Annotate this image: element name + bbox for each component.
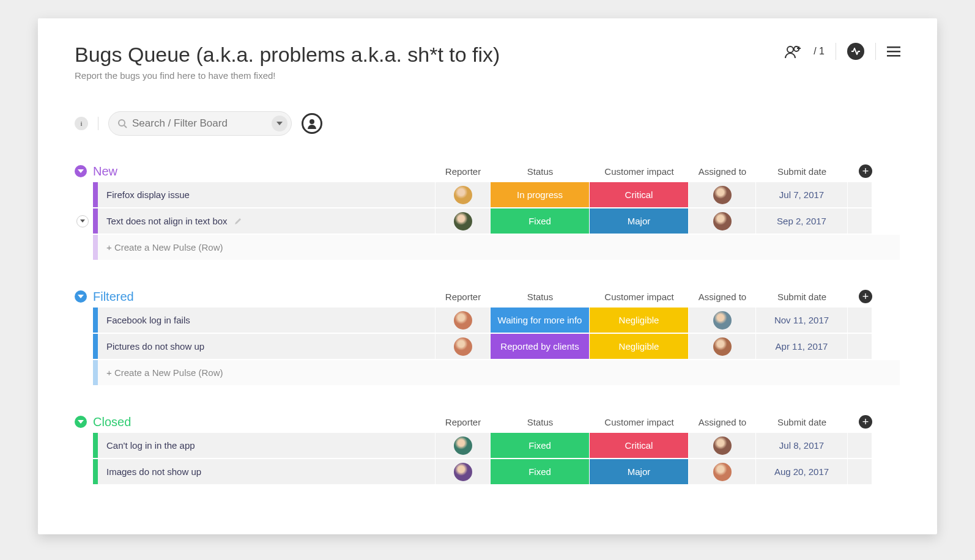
column-header-assigned[interactable]: Assigned to <box>689 292 756 302</box>
assigned-avatar[interactable] <box>713 463 732 481</box>
assigned-cell[interactable] <box>689 182 756 207</box>
reporter-cell[interactable] <box>436 182 491 207</box>
group-name[interactable]: New <box>93 164 436 179</box>
group-header: ClosedReporterStatusCustomer impactAssig… <box>75 411 900 433</box>
search-dropdown[interactable] <box>272 116 287 131</box>
chevron-down-icon <box>80 219 85 223</box>
table-row[interactable]: Firefox display issueIn progressCritical… <box>93 182 900 207</box>
group-name[interactable]: Closed <box>93 415 436 429</box>
assigned-cell[interactable] <box>689 208 756 234</box>
status-cell[interactable]: Reported by clients <box>491 334 590 359</box>
members-icon[interactable] <box>784 45 803 58</box>
status-cell[interactable]: Waiting for more info <box>491 308 590 333</box>
column-header-date[interactable]: Submit date <box>756 417 848 427</box>
reporter-cell[interactable] <box>436 433 491 458</box>
search-input[interactable] <box>127 117 272 130</box>
group: ClosedReporterStatusCustomer impactAssig… <box>75 411 900 484</box>
impact-cell[interactable]: Negligible <box>590 308 689 333</box>
assigned-cell[interactable] <box>689 308 756 333</box>
create-row[interactable]: + Create a New Pulse (Row) <box>93 235 900 260</box>
reporter-avatar[interactable] <box>454 337 472 356</box>
assigned-avatar[interactable] <box>713 212 732 230</box>
row-title[interactable]: Firefox display issue <box>98 182 436 207</box>
reporter-avatar[interactable] <box>454 311 472 330</box>
date-cell[interactable]: Jul 8, 2017 <box>756 433 848 458</box>
create-row-label[interactable]: + Create a New Pulse (Row) <box>98 235 900 260</box>
date-cell[interactable]: Jul 7, 2017 <box>756 182 848 207</box>
column-header-status[interactable]: Status <box>491 292 590 302</box>
table-row[interactable]: Can't log in in the appFixedCriticalJul … <box>93 433 900 458</box>
column-header-impact[interactable]: Customer impact <box>590 166 689 177</box>
impact-cell[interactable]: Major <box>590 459 689 484</box>
assigned-cell[interactable] <box>689 459 756 484</box>
add-column[interactable]: + <box>848 164 872 178</box>
group-color-bar <box>93 360 98 385</box>
expand-toggle[interactable] <box>76 208 89 234</box>
row-title[interactable]: Text does not align in text box <box>98 208 436 234</box>
assigned-avatar[interactable] <box>713 337 732 356</box>
date-cell[interactable]: Aug 20, 2017 <box>756 459 848 484</box>
reporter-cell[interactable] <box>436 334 491 359</box>
collapse-toggle[interactable] <box>75 416 87 428</box>
reporter-cell[interactable] <box>436 459 491 484</box>
status-cell[interactable]: In progress <box>491 182 590 207</box>
add-column[interactable]: + <box>848 415 872 429</box>
column-header-reporter[interactable]: Reporter <box>436 417 491 427</box>
search-box[interactable] <box>108 111 292 136</box>
reporter-cell[interactable] <box>436 308 491 333</box>
person-filter[interactable] <box>302 113 322 134</box>
menu-icon[interactable] <box>887 46 900 57</box>
assigned-avatar[interactable] <box>713 437 732 455</box>
impact-cell[interactable]: Major <box>590 208 689 234</box>
reporter-avatar[interactable] <box>454 212 472 230</box>
column-header-reporter[interactable]: Reporter <box>436 292 491 302</box>
info-icon[interactable]: i <box>75 117 88 130</box>
impact-cell[interactable]: Negligible <box>590 334 689 359</box>
assigned-cell[interactable] <box>689 433 756 458</box>
column-header-date[interactable]: Submit date <box>756 166 848 177</box>
column-header-assigned[interactable]: Assigned to <box>689 417 756 427</box>
reporter-avatar[interactable] <box>454 437 472 455</box>
date-cell[interactable]: Nov 11, 2017 <box>756 308 848 333</box>
date-cell[interactable]: Apr 11, 2017 <box>756 334 848 359</box>
column-header-date[interactable]: Submit date <box>756 292 848 302</box>
collapse-toggle[interactable] <box>75 165 87 177</box>
column-header-assigned[interactable]: Assigned to <box>689 166 756 177</box>
status-cell[interactable]: Fixed <box>491 459 590 484</box>
column-header-impact[interactable]: Customer impact <box>590 417 689 427</box>
table-row[interactable]: Facebook log in failsWaiting for more in… <box>93 308 900 333</box>
assigned-avatar[interactable] <box>713 186 732 204</box>
create-row-label[interactable]: + Create a New Pulse (Row) <box>98 360 900 385</box>
member-count: / 1 <box>814 46 825 57</box>
date-cell[interactable]: Sep 2, 2017 <box>756 208 848 234</box>
row-title[interactable]: Can't log in in the app <box>98 433 436 458</box>
group-name[interactable]: Filtered <box>93 290 436 304</box>
column-header-status[interactable]: Status <box>491 166 590 177</box>
add-column[interactable]: + <box>848 290 872 303</box>
column-header-impact[interactable]: Customer impact <box>590 292 689 302</box>
svg-rect-4 <box>887 55 900 57</box>
impact-cell[interactable]: Critical <box>590 182 689 207</box>
assigned-avatar[interactable] <box>713 311 732 330</box>
create-row[interactable]: + Create a New Pulse (Row) <box>93 360 900 385</box>
table-row[interactable]: Pictures do not show upReported by clien… <box>93 334 900 359</box>
reporter-avatar[interactable] <box>454 186 472 204</box>
row-title[interactable]: Images do not show up <box>98 459 436 484</box>
row-title[interactable]: Facebook log in fails <box>98 308 436 333</box>
column-header-reporter[interactable]: Reporter <box>436 166 491 177</box>
status-cell[interactable]: Fixed <box>491 208 590 234</box>
table-row[interactable]: Images do not show upFixedMajorAug 20, 2… <box>93 459 900 484</box>
activity-icon[interactable] <box>847 43 864 60</box>
header: Bugs Queue (a.k.a. problems a.k.a. sh*t … <box>75 43 900 81</box>
impact-cell[interactable]: Critical <box>590 433 689 458</box>
assigned-cell[interactable] <box>689 334 756 359</box>
pencil-icon[interactable] <box>234 217 242 226</box>
reporter-cell[interactable] <box>436 208 491 234</box>
status-cell[interactable]: Fixed <box>491 433 590 458</box>
reporter-avatar[interactable] <box>454 463 472 481</box>
table-row[interactable]: Text does not align in text boxFixedMajo… <box>93 208 900 234</box>
collapse-toggle[interactable] <box>75 290 87 303</box>
svg-rect-2 <box>887 46 900 48</box>
row-title[interactable]: Pictures do not show up <box>98 334 436 359</box>
column-header-status[interactable]: Status <box>491 417 590 427</box>
